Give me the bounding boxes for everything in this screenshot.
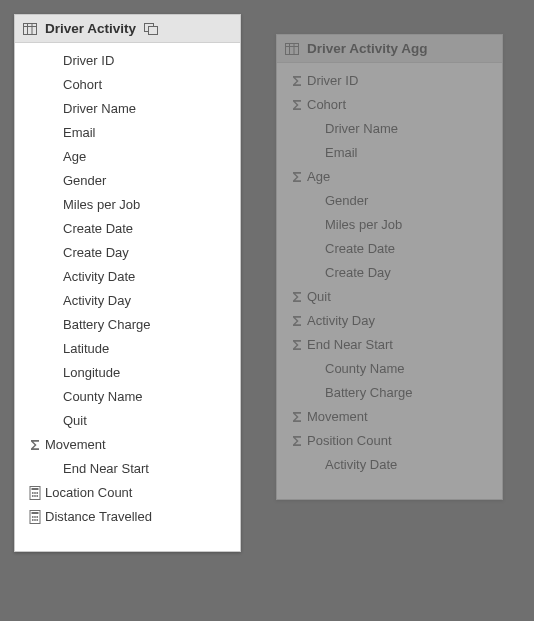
field-label: Distance Travelled: [45, 508, 230, 526]
sigma-icon: [287, 411, 307, 423]
field-row[interactable]: County Name: [277, 357, 502, 381]
field-label: Quit: [63, 412, 230, 430]
field-row[interactable]: Gender: [15, 169, 240, 193]
field-row[interactable]: Create Day: [277, 261, 502, 285]
field-row[interactable]: Create Day: [15, 241, 240, 265]
sigma-icon: [287, 339, 307, 351]
field-row[interactable]: Create Date: [277, 237, 502, 261]
field-row[interactable]: Movement: [277, 405, 502, 429]
field-row[interactable]: Distance Travelled: [15, 505, 240, 529]
field-row[interactable]: Driver Name: [277, 117, 502, 141]
svg-point-13: [36, 495, 38, 497]
field-label: Battery Charge: [325, 384, 492, 402]
field-list: Driver IDCohortDriver NameEmailAgeGender…: [15, 43, 240, 551]
field-label: Latitude: [63, 340, 230, 358]
field-row[interactable]: Activity Day: [277, 309, 502, 333]
sigma-icon: [287, 315, 307, 327]
field-row[interactable]: Movement: [15, 433, 240, 457]
field-row[interactable]: Create Date: [15, 217, 240, 241]
field-row[interactable]: Activity Date: [277, 453, 502, 477]
field-row[interactable]: Miles per Job: [15, 193, 240, 217]
field-row[interactable]: End Near Start: [277, 333, 502, 357]
svg-point-16: [32, 516, 34, 518]
field-row[interactable]: Activity Day: [15, 289, 240, 313]
svg-point-21: [36, 519, 38, 521]
field-row[interactable]: End Near Start: [15, 457, 240, 481]
field-label: Driver ID: [307, 72, 492, 90]
table-icon: [23, 23, 37, 35]
field-row[interactable]: Driver Name: [15, 97, 240, 121]
field-row[interactable]: Battery Charge: [15, 313, 240, 337]
sigma-icon: [25, 439, 45, 451]
field-row[interactable]: Quit: [277, 285, 502, 309]
sigma-icon: [287, 75, 307, 87]
field-label: Age: [307, 168, 492, 186]
field-label: Gender: [63, 172, 230, 190]
panel-title: Driver Activity Agg: [307, 41, 428, 56]
field-label: Driver Name: [63, 100, 230, 118]
svg-rect-7: [32, 488, 39, 490]
field-label: County Name: [325, 360, 492, 378]
svg-rect-15: [32, 512, 39, 514]
field-label: End Near Start: [307, 336, 492, 354]
svg-point-18: [36, 516, 38, 518]
field-label: Age: [63, 148, 230, 166]
field-row[interactable]: Email: [277, 141, 502, 165]
svg-rect-22: [286, 43, 299, 54]
field-label: County Name: [63, 388, 230, 406]
calculator-icon: [25, 486, 45, 500]
field-row[interactable]: Battery Charge: [277, 381, 502, 405]
field-row[interactable]: Location Count: [15, 481, 240, 505]
field-row[interactable]: Age: [15, 145, 240, 169]
field-label: Driver Name: [325, 120, 492, 138]
field-row[interactable]: Age: [277, 165, 502, 189]
svg-point-10: [36, 492, 38, 494]
panel-header[interactable]: Driver Activity Agg: [277, 35, 502, 63]
field-row[interactable]: Driver ID: [277, 69, 502, 93]
field-label: Email: [325, 144, 492, 162]
field-row[interactable]: Cohort: [15, 73, 240, 97]
field-label: Activity Date: [325, 456, 492, 474]
field-row[interactable]: Latitude: [15, 337, 240, 361]
sigma-icon: [287, 99, 307, 111]
field-label: Movement: [45, 436, 230, 454]
svg-rect-5: [149, 26, 158, 34]
field-label: Battery Charge: [63, 316, 230, 334]
svg-point-8: [32, 492, 34, 494]
field-label: Create Date: [325, 240, 492, 258]
sigma-icon: [287, 171, 307, 183]
field-row[interactable]: County Name: [15, 385, 240, 409]
field-label: Cohort: [307, 96, 492, 114]
field-label: Gender: [325, 192, 492, 210]
svg-point-9: [34, 492, 36, 494]
table-panel[interactable]: Driver Activity AggDriver IDCohortDriver…: [276, 34, 503, 500]
field-label: Miles per Job: [63, 196, 230, 214]
field-list: Driver IDCohortDriver NameEmailAgeGender…: [277, 63, 502, 499]
field-label: Miles per Job: [325, 216, 492, 234]
svg-point-20: [34, 519, 36, 521]
field-label: Email: [63, 124, 230, 142]
field-row[interactable]: Email: [15, 121, 240, 145]
field-label: Cohort: [63, 76, 230, 94]
table-icon: [285, 43, 299, 55]
svg-point-17: [34, 516, 36, 518]
field-label: Quit: [307, 288, 492, 306]
panel-title: Driver Activity: [45, 21, 136, 36]
calculator-icon: [25, 510, 45, 524]
sigma-icon: [287, 435, 307, 447]
field-label: Create Day: [325, 264, 492, 282]
svg-rect-0: [24, 23, 37, 34]
field-row[interactable]: Miles per Job: [277, 213, 502, 237]
field-row[interactable]: Driver ID: [15, 49, 240, 73]
panel-header[interactable]: Driver Activity: [15, 15, 240, 43]
field-row[interactable]: Longitude: [15, 361, 240, 385]
field-label: Activity Date: [63, 268, 230, 286]
field-row[interactable]: Activity Date: [15, 265, 240, 289]
field-row[interactable]: Quit: [15, 409, 240, 433]
field-row[interactable]: Cohort: [277, 93, 502, 117]
field-row[interactable]: Gender: [277, 189, 502, 213]
table-panel[interactable]: Driver ActivityDriver IDCohortDriver Nam…: [14, 14, 241, 552]
field-row[interactable]: Position Count: [277, 429, 502, 453]
field-label: Create Day: [63, 244, 230, 262]
field-label: Driver ID: [63, 52, 230, 70]
